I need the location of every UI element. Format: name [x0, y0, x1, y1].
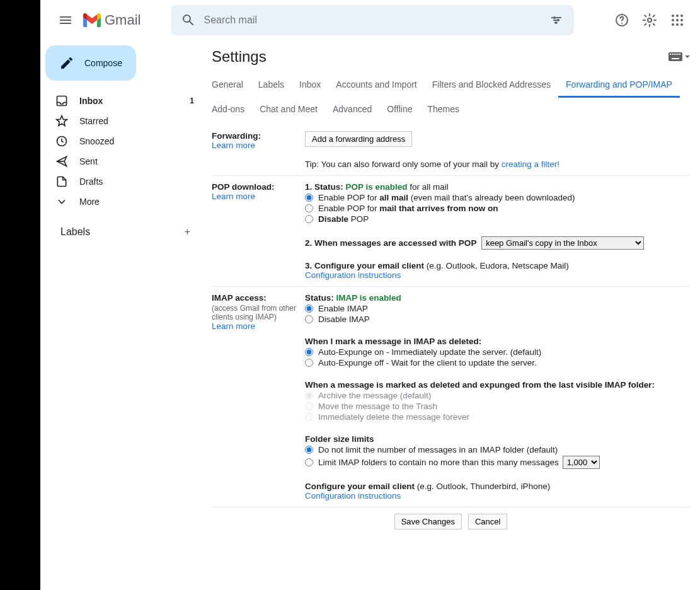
imap-section: IMAP access: (access Gmail from other cl… — [212, 287, 690, 507]
svg-point-4 — [621, 23, 623, 24]
pop-enable-all-radio[interactable] — [305, 194, 313, 202]
text: Immediately delete the message forever — [318, 412, 469, 422]
text: Limit IMAP folders to contain no more th… — [318, 458, 559, 467]
imap-enable[interactable]: Enable IMAP — [305, 304, 690, 313]
tab-accounts[interactable]: Accounts and Import — [328, 73, 424, 98]
support-button[interactable] — [609, 8, 634, 33]
sidebar-label: More — [79, 197, 194, 207]
text: Archive the message (default) — [318, 391, 431, 400]
expunge-on[interactable]: Auto-Expunge on - Immediately update the… — [305, 347, 690, 357]
expunged-trash: Move the message to the Trash — [305, 402, 690, 411]
pop-disable-radio[interactable] — [305, 215, 313, 223]
expunged-delete: Immediately delete the message forever — [305, 412, 690, 422]
expunged-archive: Archive the message (default) — [305, 391, 690, 400]
pop-title: POP download: — [212, 182, 275, 192]
svg-rect-23 — [679, 54, 680, 55]
tab-inbox[interactable]: Inbox — [292, 73, 328, 98]
svg-point-12 — [672, 23, 674, 26]
settings-header: Settings — [212, 45, 690, 66]
imap-title: IMAP access: — [212, 293, 267, 303]
imap-disable[interactable]: Disable IMAP — [305, 315, 690, 324]
tab-general[interactable]: General — [212, 73, 251, 98]
svg-point-5 — [648, 18, 651, 22]
expunge-on-radio[interactable] — [305, 348, 313, 356]
pop-enable-new[interactable]: Enable POP for mail that arrives from no… — [305, 204, 690, 213]
input-tools-button[interactable] — [668, 52, 690, 61]
tab-offline[interactable]: Offline — [379, 98, 420, 120]
main-menu-button[interactable] — [50, 5, 81, 35]
pop-disable[interactable]: Disable POP — [305, 214, 690, 224]
search-bar[interactable] — [171, 5, 574, 35]
apps-grid-icon — [670, 13, 685, 28]
hamburger-icon — [58, 13, 73, 28]
dropdown-caret-icon — [685, 54, 690, 59]
folder-limit[interactable]: Limit IMAP folders to contain no more th… — [305, 456, 690, 469]
imap-config-hint: (e.g. Outlook, Thunderbird, iPhone) — [417, 482, 550, 491]
sidebar-item-snoozed[interactable]: Snoozed — [45, 131, 202, 151]
text: Disable — [318, 214, 348, 224]
svg-point-10 — [676, 19, 679, 21]
save-changes-button[interactable]: Save Changes — [394, 514, 462, 529]
pop-enabled-text: POP is enabled — [346, 182, 408, 192]
sidebar-item-drafts[interactable]: Drafts — [45, 171, 202, 192]
tab-forwarding[interactable]: Forwarding and POP/IMAP — [558, 73, 680, 98]
body: Compose Inbox 1 Starred Snoozed Sent — [40, 40, 700, 590]
tab-filters[interactable]: Filters and Blocked Addresses — [425, 73, 558, 98]
text: Enable IMAP — [318, 304, 368, 313]
search-options-icon[interactable] — [544, 8, 569, 33]
folder-limits-header: Folder size limits — [305, 434, 374, 444]
imap-disable-radio[interactable] — [305, 315, 313, 323]
text: Enable POP for — [318, 204, 379, 213]
search-input[interactable] — [201, 14, 544, 26]
text: Move the message to the Trash — [318, 402, 437, 411]
expunge-off[interactable]: Auto-Expunge off - Wait for the client t… — [305, 358, 690, 367]
pop-status: 1. Status: POP is enabled for all mail — [305, 182, 690, 192]
create-filter-link[interactable]: creating a filter! — [502, 159, 559, 169]
add-label-button[interactable]: + — [185, 226, 190, 238]
header-actions — [609, 8, 690, 33]
imap-label: IMAP access: (access Gmail from other cl… — [212, 293, 305, 500]
folder-no-limit-radio[interactable] — [305, 446, 313, 454]
folder-no-limit[interactable]: Do not limit the number of messages in a… — [305, 445, 690, 454]
pop-learn-more[interactable]: Learn more — [212, 192, 255, 201]
sidebar-item-more[interactable]: More — [45, 192, 202, 212]
pop-config-link[interactable]: Configuration instructions — [305, 270, 401, 280]
cancel-button[interactable]: Cancel — [468, 514, 507, 529]
imap-learn-more[interactable]: Learn more — [212, 321, 255, 331]
sidebar-item-sent[interactable]: Sent — [45, 151, 202, 171]
folder-limit-select[interactable]: 1,000 — [563, 456, 600, 469]
gmail-logo[interactable]: Gmail — [83, 12, 141, 28]
svg-rect-20 — [674, 54, 675, 55]
folder-limit-radio[interactable] — [305, 458, 313, 466]
footer-buttons: Save Changes Cancel — [212, 507, 690, 536]
expunged-trash-radio — [305, 402, 313, 410]
imap-config-link[interactable]: Configuration instructions — [305, 491, 401, 500]
forwarding-learn-more[interactable]: Learn more — [212, 141, 255, 150]
apps-button[interactable] — [665, 8, 690, 33]
tab-chat[interactable]: Chat and Meet — [252, 98, 325, 120]
sidebar-item-inbox[interactable]: Inbox 1 — [45, 91, 202, 111]
compose-button[interactable]: Compose — [45, 45, 136, 81]
imap-enable-radio[interactable] — [305, 304, 313, 313]
pop-step2: 2. When messages are accessed with POP k… — [305, 236, 690, 250]
text: (even mail that's already been downloade… — [408, 193, 575, 202]
gmail-m-icon — [83, 13, 101, 27]
svg-point-8 — [680, 14, 683, 17]
gear-icon — [642, 13, 657, 28]
pop-action-select[interactable]: keep Gmail's copy in the Inbox — [481, 236, 644, 250]
inbox-icon — [55, 95, 68, 107]
settings-button[interactable] — [637, 8, 662, 33]
search-icon[interactable] — [176, 8, 201, 33]
sidebar: Compose Inbox 1 Starred Snoozed Sent — [40, 40, 202, 590]
add-forwarding-button[interactable]: Add a forwarding address — [305, 131, 412, 147]
tab-addons[interactable]: Add-ons — [212, 98, 252, 120]
imap-deleted-header: When I mark a message in IMAP as deleted… — [305, 337, 481, 346]
pop-enable-all[interactable]: Enable POP for all mail (even mail that'… — [305, 193, 690, 202]
tab-advanced[interactable]: Advanced — [325, 98, 379, 120]
expunge-off-radio[interactable] — [305, 359, 313, 367]
svg-point-11 — [680, 19, 683, 21]
pop-enable-new-radio[interactable] — [305, 204, 313, 212]
tab-themes[interactable]: Themes — [420, 98, 468, 120]
tab-labels[interactable]: Labels — [251, 73, 292, 98]
sidebar-item-starred[interactable]: Starred — [45, 111, 202, 131]
